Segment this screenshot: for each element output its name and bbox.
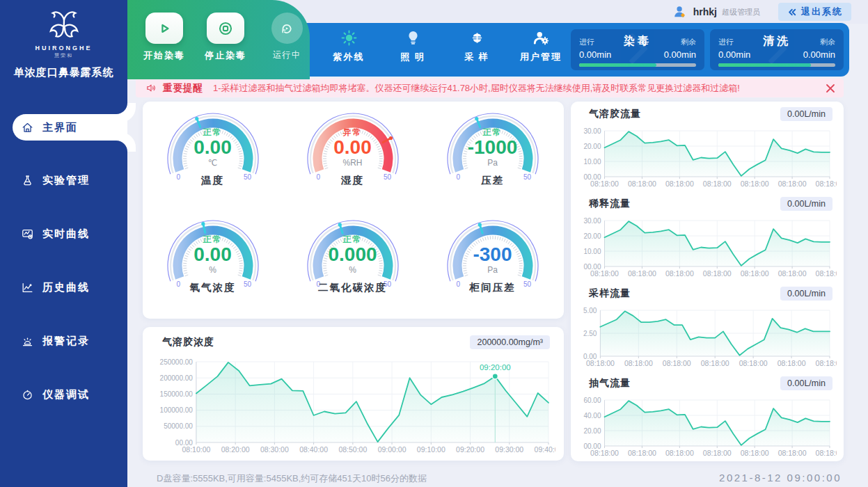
exhaust-flow-chart: 60.0040.0020.0000.0008:18:0008:18:0008:1… (576, 393, 837, 458)
start-poison-button[interactable] (145, 13, 183, 44)
stop-poison-button[interactable] (207, 13, 244, 44)
svg-text:08:18:00: 08:18:00 (816, 269, 837, 278)
disk-status: D盘容量:5555KB,可用容量:5455KB,约可存储451天10时56分的数… (157, 472, 427, 485)
chart-title: 采样流量 (589, 287, 631, 300)
svg-text:09:00:00: 09:00:00 (378, 445, 407, 454)
svg-text:08:18:00: 08:18:00 (741, 269, 769, 278)
brand-sub: 慧荣和 (0, 52, 127, 59)
sidebar-item-main[interactable]: 主界面 (13, 114, 127, 141)
running-status-indicator (271, 13, 303, 44)
flow-badge: 0.00L/min (780, 197, 833, 211)
flow-badge: 0.00L/min (780, 287, 833, 301)
sidebar-item-experiments[interactable]: 实验管理 (13, 167, 127, 193)
aerosol-flow-section: 气溶胶流量 0.00L/min 30.0020.0010.0000.0008:1… (571, 102, 844, 191)
svg-text:250000.00: 250000.00 (160, 358, 194, 366)
svg-text:08:18:00: 08:18:00 (703, 269, 732, 278)
svg-text:08:18:00: 08:18:00 (590, 269, 619, 278)
svg-text:08:18:00: 08:18:00 (628, 269, 656, 278)
svg-text:09:40:00: 09:40:00 (535, 445, 555, 454)
aerosol-concentration-chart: 250000.00200000.00150000.00100000.005000… (151, 355, 555, 455)
svg-text:08:18:00: 08:18:00 (778, 449, 807, 457)
lighting-switch[interactable]: 照 明 (386, 29, 439, 63)
play-icon (155, 19, 173, 38)
valve-icon (468, 29, 487, 47)
sampling-flow-chart: 5.002.500.0008:18:0008:18:0008:18:0008:1… (576, 303, 837, 369)
gauge-cabinet-pressure: 050 -300 Pa 柜间压差 (423, 210, 562, 317)
stop-icon (216, 19, 235, 38)
svg-text:09:10:00: 09:10:00 (417, 445, 445, 454)
gauges-panel: 050 正常 0.00 ℃ 温度 050 异常 0.00 %RH 湿度 050 … (143, 102, 564, 319)
header-bar: 紫外线 照 明 采 样 用户管理 进行 染毒 剩余 0.0 (303, 23, 849, 77)
double-left-arrow-icon (787, 7, 797, 17)
concentration-badge: 200000.00mg/m³ (470, 335, 550, 349)
svg-text:20.00: 20.00 (583, 232, 601, 240)
flow-badge: 0.00L/min (780, 107, 833, 121)
sidebar-item-history-curves[interactable]: 历史曲线 (13, 274, 127, 301)
sidebar: HUIRONGHE 慧荣和 单浓度口鼻暴露系统 主界面 实验管理 实时曲线 历史… (0, 0, 127, 487)
svg-text:08:10:00: 08:10:00 (182, 445, 210, 454)
user-role: 超级管理员 (722, 7, 760, 17)
exhaust-flow-section: 抽气流量 0.00L/min 60.0040.0020.0000.0008:18… (571, 371, 844, 461)
poison-remaining: 0.00min (664, 49, 696, 60)
close-icon[interactable] (826, 83, 835, 93)
svg-text:08:18:00: 08:18:00 (778, 179, 807, 188)
bulb-icon (404, 29, 423, 47)
svg-text:150000.00: 150000.00 (160, 390, 194, 398)
svg-text:09:20:00: 09:20:00 (456, 445, 484, 454)
svg-text:40.00: 40.00 (583, 412, 601, 420)
sampling-switch[interactable]: 采 样 (450, 29, 503, 63)
svg-text:08:18:00: 08:18:00 (816, 449, 837, 457)
svg-text:100000.00: 100000.00 (160, 406, 194, 414)
history-chart-icon (21, 281, 34, 294)
sidebar-item-realtime-curves[interactable]: 实时曲线 (13, 221, 127, 247)
svg-text:08:18:00: 08:18:00 (628, 449, 656, 457)
svg-text:5.00: 5.00 (583, 307, 597, 314)
user-name: hrhkj (693, 6, 717, 17)
svg-text:09:20:00: 09:20:00 (480, 363, 511, 372)
svg-text:60.00: 60.00 (583, 397, 601, 404)
sidebar-item-alarm-records[interactable]: 报警记录 (13, 328, 127, 354)
svg-text:09:30:00: 09:30:00 (495, 445, 523, 454)
svg-text:08:50:00: 08:50:00 (338, 445, 367, 454)
svg-text:08:18:00: 08:18:00 (590, 449, 619, 457)
svg-text:08:18:00: 08:18:00 (816, 359, 837, 367)
gauge-clock-icon (21, 388, 34, 401)
app-window: hrhkj 超级管理员 退出系统 HUIRONGHE 慧荣和 单浓度口鼻暴露系统 (0, 0, 868, 487)
svg-text:50000.00: 50000.00 (164, 422, 193, 430)
svg-text:08:18:00: 08:18:00 (778, 269, 807, 278)
chart-title: 稀释流量 (589, 198, 631, 210)
clean-remaining: 0.00min (803, 49, 835, 60)
svg-text:08:18:00: 08:18:00 (665, 179, 694, 188)
aerosol-flow-chart: 30.0020.0010.0000.0008:18:0008:18:0008:1… (576, 124, 837, 189)
svg-text:08:18:00: 08:18:00 (778, 359, 806, 367)
svg-text:08:18:00: 08:18:00 (701, 359, 729, 367)
flow-charts-panel: 气溶胶流量 0.00L/min 30.0020.0010.0000.0008:1… (571, 102, 844, 461)
alert-message: 1-采样过滤器和抽气过滤箱均即将堵塞。仪器还可继续运行41.78小时,届时仪器将… (213, 82, 820, 95)
svg-text:08:18:00: 08:18:00 (663, 359, 691, 367)
alert-title: 重要提醒 (163, 82, 203, 95)
poison-elapsed: 0.00min (579, 49, 611, 60)
gauge-humidity: 050 异常 0.00 %RH 湿度 (283, 103, 423, 210)
home-icon (21, 121, 34, 134)
dilution-flow-chart: 30.0020.0010.0000.0008:18:0008:18:0008:1… (576, 214, 837, 279)
gauge-oxygen: 050 正常 0.00 % 氧气浓度 (143, 210, 283, 317)
svg-text:08:20:00: 08:20:00 (221, 445, 250, 454)
uv-switch[interactable]: 紫外线 (322, 29, 375, 63)
chart-title: 气溶胶浓度 (162, 336, 214, 349)
gauge-pressure-diff: 050 正常 -1000 Pa 压差 (423, 103, 562, 210)
svg-text:08:18:00: 08:18:00 (586, 359, 615, 367)
svg-text:08:18:00: 08:18:00 (703, 449, 732, 457)
user-management[interactable]: 用户管理 (514, 29, 567, 63)
logo: HUIRONGHE 慧荣和 (0, 0, 127, 59)
chevron-watermark-icon (768, 33, 787, 64)
svg-text:30.00: 30.00 (583, 217, 601, 225)
user-avatar-icon (672, 4, 688, 19)
sidebar-item-instrument-debug[interactable]: 仪器调试 (13, 381, 127, 408)
svg-text:08:30:00: 08:30:00 (260, 445, 289, 454)
brand-name: HUIRONGHE (0, 45, 127, 51)
flask-icon (21, 174, 34, 187)
svg-text:08:18:00: 08:18:00 (739, 359, 768, 367)
logout-button[interactable]: 退出系统 (778, 3, 851, 21)
dilution-flow-section: 稀释流量 0.00L/min 30.0020.0010.0000.0008:18… (571, 191, 844, 281)
datetime: 2021-8-12 09:00:00 (719, 472, 842, 484)
